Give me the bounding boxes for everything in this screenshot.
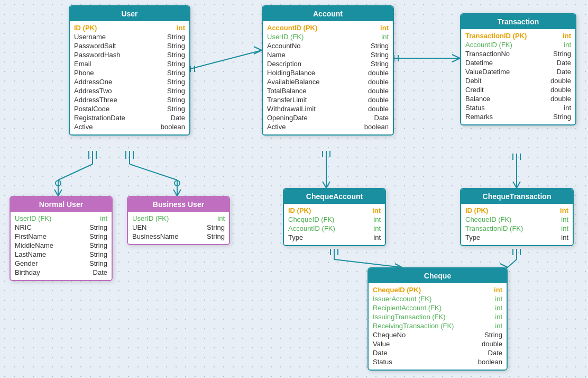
field-type: double (368, 69, 389, 77)
field-name: Debit (465, 77, 481, 85)
entity-body-chequeTransaction: ID (PK)intChequeID (FK)intTransactionID … (461, 204, 573, 245)
field-type: int (560, 206, 568, 214)
entity-body-transaction: TransactionID (PK)intAccountID (FK)intTr… (461, 29, 575, 124)
svg-line-1 (254, 47, 262, 50)
entity-header-transaction: Transaction (461, 14, 575, 29)
table-row: UserID (FK)int (15, 214, 107, 223)
field-name: AddressTwo (74, 87, 112, 95)
field-name: TransactionID (PK) (465, 32, 527, 40)
table-row: PasswordSaltString (74, 41, 185, 50)
field-name: PasswordSalt (74, 42, 116, 50)
field-name: Active (267, 123, 286, 131)
table-row: AddressTwoString (74, 86, 185, 95)
table-row: UserID (FK)int (267, 32, 389, 41)
field-name: AccountID (FK) (288, 224, 335, 232)
field-name: IssuingTransaction (FK) (373, 313, 446, 321)
field-name: UserID (FK) (15, 214, 51, 222)
table-row: Balancedouble (465, 94, 571, 103)
field-name: ChequeNo (373, 331, 406, 339)
field-type: String (167, 87, 185, 95)
field-name: OpeningDate (267, 114, 308, 122)
field-name: MiddleName (15, 241, 53, 249)
field-type: Date (557, 59, 571, 67)
entity-header-businessUser: Business User (128, 197, 229, 212)
svg-line-11 (58, 164, 93, 180)
table-row: UENString (132, 223, 225, 232)
table-row: ChequeID (FK)int (465, 215, 568, 224)
entity-header-chequeTransaction: ChequeTransaction (461, 189, 573, 204)
table-row: PasswordHashString (74, 50, 185, 59)
table-row: RegistrationDateDate (74, 113, 185, 122)
svg-line-37 (334, 259, 402, 267)
field-name: HoldingBalance (267, 69, 315, 77)
table-row: Statusint (465, 103, 571, 112)
field-type: String (167, 60, 185, 68)
svg-point-23 (174, 181, 180, 186)
entity-businessUser: Business UserUserID (FK)intUENStringBusi… (127, 196, 230, 245)
entity-normalUser: Normal UserUserID (FK)intNRICStringFirst… (10, 196, 113, 281)
field-name: Type (465, 233, 480, 241)
field-name: Gender (15, 259, 38, 267)
field-name: UserID (FK) (267, 33, 304, 41)
field-name: AccountID (PK) (267, 24, 317, 32)
table-row: UsernameString (74, 32, 185, 41)
table-row: TransactionID (PK)int (465, 31, 571, 40)
field-name: ChequeID (FK) (288, 215, 334, 223)
field-name: Username (74, 33, 106, 41)
table-row: MiddleNameString (15, 241, 107, 250)
table-row: AccountID (PK)int (267, 23, 389, 32)
table-row: ReceivingTransaction (FK)int (373, 321, 502, 330)
field-type: double (368, 105, 389, 113)
field-type: int (561, 215, 568, 223)
entity-body-businessUser: UserID (FK)intUENStringBusinessNameStrin… (128, 212, 229, 244)
field-name: AccountID (FK) (465, 41, 512, 49)
svg-line-44 (500, 264, 508, 267)
field-name: ID (PK) (288, 206, 311, 214)
field-type: String (553, 50, 571, 58)
entity-body-normalUser: UserID (FK)intNRICStringFirstNameStringM… (11, 212, 112, 280)
field-type: int (217, 214, 225, 222)
field-name: UEN (132, 223, 146, 231)
field-name: ChequeID (FK) (465, 215, 511, 223)
table-row: ID (PK)int (288, 206, 381, 215)
table-row: OpeningDateDate (267, 113, 389, 122)
field-type: String (167, 69, 185, 77)
field-type: String (207, 232, 225, 240)
field-name: Date (373, 349, 387, 357)
table-row: BusinessNameString (132, 232, 225, 241)
table-row: WithdrawalLimitdouble (267, 104, 389, 113)
table-row: Debitdouble (465, 76, 571, 85)
svg-line-38 (395, 264, 402, 267)
table-row: BirthdayDate (15, 268, 107, 277)
table-row: Activeboolean (267, 122, 389, 131)
entity-header-user: User (70, 6, 189, 21)
svg-line-6 (452, 55, 460, 58)
field-name: Active (74, 123, 93, 131)
table-row: Valuedouble (373, 339, 502, 348)
table-row: FirstNameString (15, 232, 107, 241)
entity-header-cheque: Cheque (369, 268, 507, 283)
field-name: NRIC (15, 223, 32, 231)
table-row: PostalCodeString (74, 104, 185, 113)
table-row: RemarksString (465, 112, 571, 121)
table-row: NameString (267, 50, 389, 59)
field-type: String (167, 78, 185, 86)
field-name: Status (465, 104, 485, 112)
field-type: double (482, 340, 502, 348)
field-type: boolean (478, 358, 502, 366)
field-type: double (550, 77, 571, 85)
field-type: String (484, 331, 502, 339)
svg-line-43 (508, 259, 517, 267)
field-type: String (89, 259, 107, 267)
table-row: AddressOneString (74, 77, 185, 86)
field-type: String (167, 42, 185, 50)
table-row: IssuingTransaction (FK)int (373, 312, 502, 321)
field-name: ValueDatetime (465, 68, 510, 76)
field-name: AddressThree (74, 96, 117, 104)
svg-line-22 (177, 190, 181, 196)
table-row: TransferLimitdouble (267, 95, 389, 104)
field-type: double (550, 95, 571, 103)
svg-line-0 (190, 50, 262, 69)
table-row: NRICString (15, 223, 107, 232)
field-type: int (373, 233, 381, 241)
